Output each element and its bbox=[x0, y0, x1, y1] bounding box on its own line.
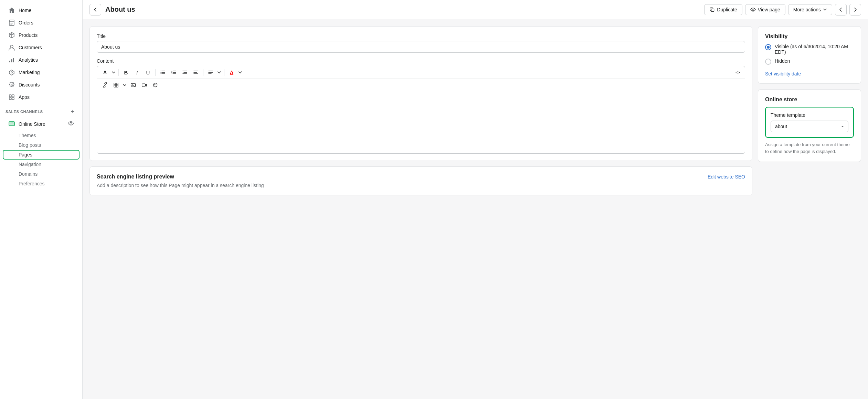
hidden-label: Hidden bbox=[775, 58, 790, 64]
svg-rect-42 bbox=[114, 83, 118, 87]
svg-rect-11 bbox=[9, 98, 11, 100]
seo-title: Search engine listing preview bbox=[97, 174, 174, 180]
svg-rect-12 bbox=[12, 98, 14, 100]
chevron-down-icon bbox=[823, 8, 827, 12]
svg-rect-10 bbox=[12, 95, 14, 97]
code-button[interactable]: <> bbox=[733, 68, 742, 77]
list-ul-button[interactable] bbox=[158, 68, 168, 77]
font-dropdown-icon[interactable] bbox=[111, 68, 116, 77]
sidebar-sub-pages[interactable]: Pages bbox=[3, 150, 80, 160]
toolbar-divider bbox=[118, 69, 119, 76]
set-visibility-link[interactable]: Set visibility date bbox=[765, 71, 801, 76]
sidebar-sub-preferences[interactable]: Preferences bbox=[3, 179, 80, 188]
sidebar-item-orders[interactable]: Orders bbox=[3, 17, 80, 29]
sidebar-sub-navigation[interactable]: Navigation bbox=[3, 160, 80, 169]
page-content-card: Title Content A B I U bbox=[89, 26, 752, 161]
align-button[interactable] bbox=[205, 68, 216, 77]
visible-radio[interactable] bbox=[765, 44, 771, 50]
sidebar: Home Orders Products Customers bbox=[0, 0, 83, 399]
customers-icon bbox=[8, 44, 15, 51]
seo-description: Add a description to see how this Page m… bbox=[97, 183, 745, 188]
table-dropdown-icon[interactable] bbox=[122, 80, 127, 90]
svg-point-5 bbox=[11, 72, 12, 73]
left-panel: Title Content A B I U bbox=[89, 26, 752, 392]
svg-rect-9 bbox=[9, 95, 11, 97]
svg-point-50 bbox=[153, 83, 157, 87]
content-area: Title Content A B I U bbox=[83, 19, 868, 399]
page-title: About us bbox=[105, 6, 700, 13]
link-button[interactable] bbox=[100, 80, 110, 90]
view-page-button[interactable]: View page bbox=[745, 4, 785, 15]
sidebar-item-discounts[interactable]: Discounts bbox=[3, 79, 80, 91]
orders-icon bbox=[8, 19, 15, 26]
sidebar-sub-themes[interactable]: Themes bbox=[3, 131, 80, 140]
visibility-hidden-option[interactable]: Hidden bbox=[765, 58, 854, 65]
sidebar-item-products[interactable]: Products bbox=[3, 29, 80, 41]
svg-point-24 bbox=[161, 71, 161, 71]
analytics-icon bbox=[8, 57, 15, 63]
svg-point-1 bbox=[10, 45, 13, 48]
theme-template-label: Theme template bbox=[771, 112, 848, 118]
sidebar-item-home[interactable]: Home bbox=[3, 4, 80, 17]
more-actions-button[interactable]: More actions bbox=[788, 4, 832, 15]
online-store-visibility-icon[interactable] bbox=[68, 120, 74, 127]
text-color-button[interactable]: A bbox=[226, 68, 237, 77]
toolbar-divider-3 bbox=[203, 69, 203, 76]
video-button[interactable] bbox=[139, 80, 149, 90]
online-store-card: Online store Theme template about page c… bbox=[758, 89, 861, 162]
title-label: Title bbox=[97, 33, 745, 39]
sidebar-item-apps[interactable]: Apps bbox=[3, 91, 80, 103]
toolbar-divider-2 bbox=[155, 69, 156, 76]
duplicate-button[interactable]: Duplicate bbox=[704, 4, 742, 15]
duplicate-icon bbox=[709, 7, 715, 12]
visibility-title: Visibility bbox=[765, 33, 854, 40]
sidebar-item-online-store[interactable]: Online Store bbox=[3, 117, 80, 131]
align-dropdown-icon[interactable] bbox=[216, 68, 222, 77]
title-input[interactable] bbox=[97, 41, 745, 53]
home-icon bbox=[8, 7, 15, 14]
svg-point-25 bbox=[161, 72, 161, 73]
underline-button[interactable]: U bbox=[143, 68, 153, 77]
image-button[interactable] bbox=[128, 80, 138, 90]
theme-template-select[interactable]: about page contact faq bbox=[771, 121, 848, 132]
bold-button[interactable]: B bbox=[121, 68, 131, 77]
next-icon bbox=[853, 7, 858, 12]
svg-text:3: 3 bbox=[171, 72, 172, 74]
text-color-dropdown-icon[interactable] bbox=[237, 68, 243, 77]
content-label: Content bbox=[97, 58, 745, 64]
seo-preview-card: Search engine listing preview Edit websi… bbox=[89, 166, 752, 195]
svg-rect-2 bbox=[9, 61, 10, 62]
italic-button[interactable]: I bbox=[132, 68, 142, 77]
outdent-button[interactable] bbox=[191, 68, 201, 77]
hidden-radio[interactable] bbox=[765, 59, 771, 65]
sidebar-sub-blog-posts[interactable]: Blog posts bbox=[3, 140, 80, 150]
svg-point-16 bbox=[11, 122, 11, 123]
sidebar-item-customers[interactable]: Customers bbox=[3, 41, 80, 54]
svg-rect-19 bbox=[711, 9, 714, 11]
prev-button[interactable] bbox=[835, 4, 847, 16]
svg-point-51 bbox=[154, 84, 155, 85]
visibility-visible-option[interactable]: Visible (as of 6/30/2014, 10:20 AM EDT) bbox=[765, 44, 854, 55]
svg-point-26 bbox=[161, 73, 161, 74]
font-button[interactable]: A bbox=[100, 68, 110, 77]
add-sales-channel-button[interactable]: + bbox=[68, 108, 77, 116]
discounts-icon bbox=[8, 81, 15, 88]
sidebar-item-analytics[interactable]: Analytics bbox=[3, 54, 80, 66]
next-button[interactable] bbox=[849, 4, 861, 16]
list-ol-button[interactable]: 123 bbox=[169, 68, 179, 77]
indent-button[interactable] bbox=[180, 68, 190, 77]
seo-edit-link[interactable]: Edit website SEO bbox=[708, 174, 745, 180]
table-button[interactable] bbox=[111, 80, 121, 90]
seo-header: Search engine listing preview Edit websi… bbox=[97, 174, 745, 180]
emoji-button[interactable] bbox=[150, 80, 160, 90]
marketing-icon bbox=[8, 69, 15, 76]
sidebar-item-marketing[interactable]: Marketing bbox=[3, 66, 80, 79]
svg-rect-47 bbox=[131, 83, 136, 87]
sidebar-sub-domains[interactable]: Domains bbox=[3, 169, 80, 179]
products-icon bbox=[8, 32, 15, 39]
toolbar-divider-4 bbox=[224, 69, 224, 76]
online-store-card-title: Online store bbox=[765, 96, 854, 103]
back-button[interactable] bbox=[89, 4, 101, 16]
editor-content[interactable] bbox=[97, 91, 745, 153]
toolbar-row-1: A B I U 123 bbox=[97, 66, 745, 79]
